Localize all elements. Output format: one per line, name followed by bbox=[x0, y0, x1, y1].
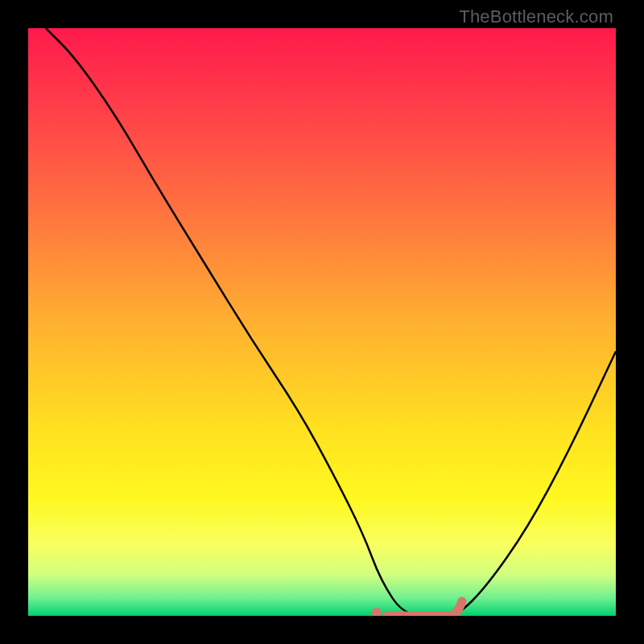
plot-area bbox=[28, 28, 616, 616]
watermark-text: TheBottleneck.com bbox=[459, 6, 613, 27]
optimal-range-marker bbox=[372, 601, 462, 616]
chart-frame: TheBottleneck.com bbox=[0, 0, 644, 644]
svg-point-1 bbox=[372, 608, 382, 616]
bottleneck-curve bbox=[28, 28, 616, 616]
